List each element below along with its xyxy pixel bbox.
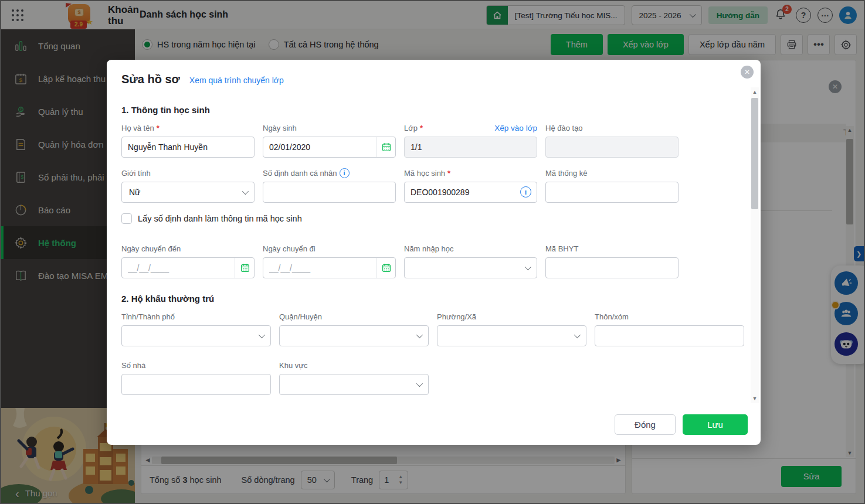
info-icon[interactable]: i: [520, 186, 531, 197]
assign-to-class-link[interactable]: Xếp vào lớp: [494, 124, 537, 132]
chevron-down-icon: [416, 380, 423, 387]
district-label: Quận/Huyện: [279, 312, 322, 321]
area-label: Khu vực: [279, 361, 307, 370]
education-system-label: Hệ đào tạo: [545, 124, 583, 132]
enrollment-year-label: Năm nhập học: [404, 244, 454, 253]
statistic-code-label: Mã thống kê: [545, 169, 588, 178]
education-system-input: [545, 137, 679, 158]
required-marker: *: [447, 169, 450, 178]
transfer-in-label: Ngày chuyển đến: [121, 244, 181, 253]
personal-id-label: Số định danh cá nhân: [263, 169, 337, 178]
gender-value: Nữ: [129, 188, 242, 197]
use-personal-id-checkbox[interactable]: Lấy số định danh làm thông tin mã học si…: [121, 213, 749, 224]
personal-id-input[interactable]: [263, 182, 396, 203]
class-input: [404, 137, 537, 158]
chevron-down-icon: [525, 264, 531, 270]
district-select[interactable]: [279, 325, 429, 346]
calendar-icon[interactable]: [235, 258, 255, 278]
transfer-out-label: Ngày chuyển đi: [263, 244, 316, 253]
chevron-down-icon: [242, 188, 249, 195]
scrollbar-thumb[interactable]: [751, 98, 758, 209]
modal-footer: Đóng Lưu: [107, 404, 761, 445]
chevron-down-icon: [259, 332, 265, 338]
full-name-label: Họ và tên: [121, 124, 154, 132]
ward-label: Phường/Xã: [437, 312, 476, 321]
ward-select[interactable]: [437, 325, 586, 346]
modal-scrollbar: ▲ ▼: [751, 87, 759, 403]
class-label: Lớp: [404, 124, 418, 132]
scroll-down-arrow[interactable]: ▼: [751, 394, 759, 403]
student-code-input[interactable]: [404, 182, 537, 203]
required-marker: *: [420, 124, 423, 132]
save-button[interactable]: Lưu: [683, 414, 748, 435]
checkbox-label: Lấy số định danh làm thông tin mã học si…: [138, 214, 302, 223]
hamlet-label: Thôn/xóm: [595, 312, 629, 321]
student-code-label: Mã học sinh: [404, 169, 445, 178]
scroll-up-arrow[interactable]: ▲: [751, 87, 759, 97]
modal-title: Sửa hồ sơ: [121, 73, 180, 86]
statistic-code-input[interactable]: [545, 182, 679, 203]
gender-label: Giới tính: [121, 169, 151, 178]
section-residence-title: 2. Hộ khẩu thường trú: [121, 294, 749, 304]
province-select[interactable]: [121, 325, 271, 346]
health-insurance-input[interactable]: [545, 257, 679, 278]
section-student-info-title: 1. Thông tin học sinh: [121, 105, 749, 115]
calendar-icon[interactable]: [376, 258, 396, 278]
province-label: Tỉnh/Thành phố: [121, 312, 175, 321]
full-name-input[interactable]: [121, 137, 255, 158]
house-number-input[interactable]: [121, 374, 271, 395]
info-icon[interactable]: i: [340, 168, 350, 178]
house-number-label: Số nhà: [121, 361, 145, 370]
close-button[interactable]: Đóng: [615, 414, 676, 435]
area-select[interactable]: [279, 374, 429, 395]
chevron-down-icon: [574, 332, 581, 338]
required-marker: *: [157, 124, 160, 132]
health-insurance-label: Mã BHYT: [545, 244, 578, 253]
enrollment-year-select[interactable]: [404, 257, 537, 278]
checkbox-icon: [121, 213, 132, 224]
edit-profile-modal: ✕ Sửa hồ sơ Xem quá trình chuyển lớp 1. …: [107, 60, 761, 445]
close-modal-icon[interactable]: ✕: [741, 66, 754, 79]
calendar-icon[interactable]: [376, 137, 396, 157]
gender-select[interactable]: Nữ: [121, 182, 255, 203]
app-window: $ ★ 2.9 Khoản thu Danh sách học sinh [Te…: [0, 0, 865, 504]
dob-label: Ngày sinh: [263, 124, 297, 132]
class-history-link[interactable]: Xem quá trình chuyển lớp: [189, 76, 284, 85]
chevron-down-icon: [416, 332, 423, 338]
modal-body: 1. Thông tin học sinh Họ và tên* Ngày si…: [107, 87, 749, 403]
hamlet-input[interactable]: [595, 325, 744, 346]
